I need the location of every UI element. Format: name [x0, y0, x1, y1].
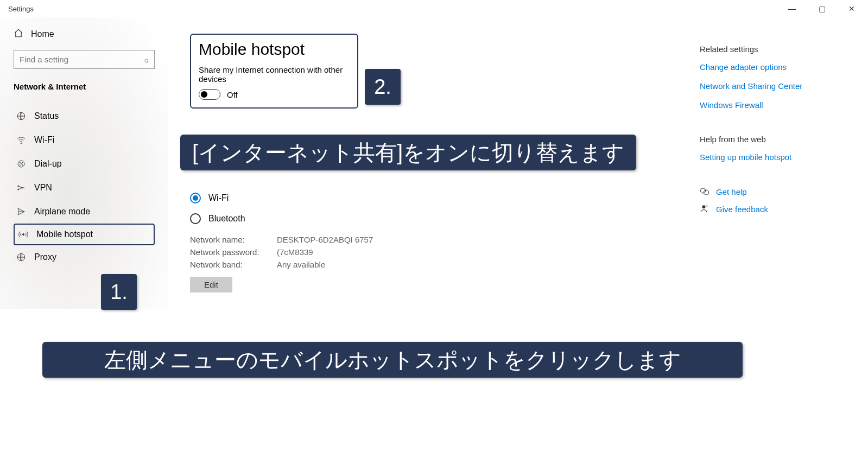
- callout-text-2: [インターネット共有]をオンに切り替えます: [180, 135, 636, 170]
- svg-point-11: [23, 234, 24, 236]
- page-title: Mobile hotspot: [199, 40, 350, 59]
- sidebar-item-proxy[interactable]: Proxy: [14, 245, 155, 269]
- proxy-icon: [16, 252, 27, 263]
- home-link[interactable]: Home: [14, 28, 155, 40]
- get-help-link[interactable]: Get help: [700, 187, 846, 196]
- label: Network password:: [190, 247, 277, 257]
- titlebar: Settings ― ▢ ✕: [0, 0, 868, 17]
- hotspot-panel: Mobile hotspot Share my Internet connect…: [190, 34, 358, 109]
- radio-wifi[interactable]: Wi-Fi: [190, 193, 667, 203]
- radio-on-icon: [190, 193, 201, 203]
- related-heading: Related settings: [700, 44, 846, 54]
- sidebar: Home ⌕ Network & Internet Status Wi-Fi D…: [0, 17, 168, 309]
- radio-off-icon: [190, 213, 201, 224]
- help-heading: Help from the web: [700, 135, 846, 144]
- edit-button[interactable]: Edit: [190, 277, 232, 292]
- nav-label: Airplane mode: [34, 207, 90, 217]
- svg-point-5: [20, 165, 20, 166]
- label: Network name:: [190, 235, 277, 244]
- network-details: Network name: DESKTOP-6D2ABQI 6757 Netwo…: [190, 235, 667, 292]
- value: (7cM8339: [277, 247, 313, 257]
- svg-point-7: [21, 163, 21, 164]
- dialup-icon: [16, 158, 27, 169]
- sidebar-item-airplane[interactable]: Airplane mode: [14, 200, 155, 224]
- airplane-icon: [16, 206, 27, 217]
- link-label: Get help: [716, 187, 747, 196]
- search-box[interactable]: ⌕: [14, 50, 155, 69]
- callout-text-1: 左側メニューのモバイルホットスポットをクリックします: [42, 342, 743, 378]
- section-label: Network & Internet: [14, 82, 155, 91]
- right-panel: Related settings Change adapter options …: [689, 17, 868, 309]
- adapter-link[interactable]: Change adapter options: [700, 62, 846, 72]
- svg-point-6: [22, 165, 23, 166]
- nav-label: Wi-Fi: [34, 135, 54, 145]
- firewall-link[interactable]: Windows Firewall: [700, 100, 846, 110]
- link-label: Give feedback: [716, 205, 768, 214]
- network-password-row: Network password: (7cM8339: [190, 247, 667, 257]
- close-button[interactable]: ✕: [844, 4, 860, 13]
- sidebar-item-dialup[interactable]: Dial-up: [14, 152, 155, 176]
- radio-bluetooth[interactable]: Bluetooth: [190, 213, 667, 224]
- nav-label: Mobile hotspot: [36, 230, 93, 239]
- label: Network band:: [190, 260, 277, 269]
- sharing-link[interactable]: Network and Sharing Center: [700, 81, 846, 91]
- svg-point-4: [22, 162, 23, 163]
- nav-label: Dial-up: [34, 159, 62, 169]
- wifi-icon: [16, 135, 27, 145]
- sidebar-item-status[interactable]: Status: [14, 104, 155, 128]
- home-label: Home: [31, 29, 54, 39]
- globe-icon: [16, 111, 27, 122]
- hotspot-icon: [18, 229, 29, 240]
- toggle-state: Off: [227, 90, 238, 99]
- nav-label: VPN: [34, 183, 52, 193]
- nav-list: Status Wi-Fi Dial-up VPN Airplane mode M…: [14, 104, 155, 269]
- callout-number-2: 2.: [365, 69, 401, 105]
- network-name-row: Network name: DESKTOP-6D2ABQI 6757: [190, 235, 667, 244]
- maximize-button[interactable]: ▢: [814, 4, 830, 13]
- sidebar-item-hotspot[interactable]: Mobile hotspot: [14, 224, 155, 245]
- radio-label: Bluetooth: [208, 214, 245, 224]
- window-title: Settings: [8, 5, 34, 13]
- svg-point-15: [702, 205, 706, 208]
- nav-label: Status: [34, 111, 59, 121]
- search-icon: ⌕: [144, 55, 149, 64]
- minimize-button[interactable]: ―: [784, 4, 800, 13]
- home-icon: [14, 28, 23, 40]
- network-band-row: Network band: Any available: [190, 260, 667, 269]
- callout-number-1: 1.: [101, 274, 137, 310]
- window-controls: ― ▢ ✕: [784, 4, 860, 13]
- toggle-switch[interactable]: [199, 89, 220, 100]
- sidebar-item-wifi[interactable]: Wi-Fi: [14, 128, 155, 152]
- help-icon: [700, 187, 709, 196]
- share-subtitle: Share my Internet connection with other …: [199, 65, 350, 84]
- share-toggle[interactable]: Off: [199, 89, 350, 100]
- feedback-link[interactable]: Give feedback: [700, 204, 846, 214]
- nav-label: Proxy: [34, 252, 56, 262]
- radio-label: Wi-Fi: [208, 193, 229, 203]
- value: DESKTOP-6D2ABQI 6757: [277, 235, 373, 244]
- vpn-icon: [16, 182, 27, 193]
- sidebar-item-vpn[interactable]: VPN: [14, 176, 155, 200]
- setup-link[interactable]: Setting up mobile hotspot: [700, 152, 846, 162]
- svg-point-1: [21, 143, 22, 144]
- svg-point-3: [20, 162, 20, 163]
- feedback-icon: [700, 204, 709, 214]
- search-input[interactable]: [20, 55, 144, 64]
- value: Any available: [277, 260, 325, 269]
